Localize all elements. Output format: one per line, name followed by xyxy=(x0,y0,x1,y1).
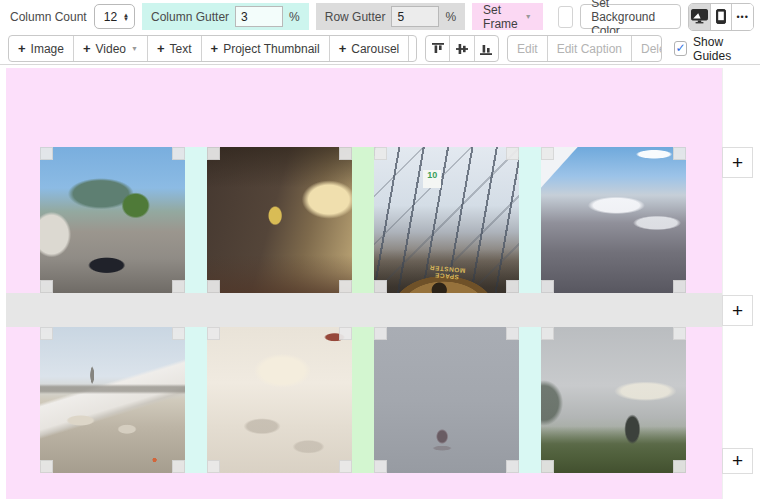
photo-airport-gate-guitar: 10 SPACE MONSTER xyxy=(374,147,519,293)
resize-handle[interactable] xyxy=(40,327,53,340)
resize-handle[interactable] xyxy=(172,327,185,340)
row-gutter-input[interactable] xyxy=(391,6,439,27)
desktop-view-button[interactable] xyxy=(689,4,711,30)
edit-caption-button[interactable]: Edit Caption xyxy=(548,36,632,61)
background-color-swatch[interactable] xyxy=(558,6,573,28)
row-gutter-label: Row Gutter xyxy=(325,10,386,24)
grid-editor: Column Count 12 ▲ ▼ Column Gutter % Row … xyxy=(0,0,760,499)
resize-handle[interactable] xyxy=(40,460,53,473)
resize-handle[interactable] xyxy=(374,460,387,473)
add-section-button[interactable]: + xyxy=(722,147,753,178)
image-tile[interactable] xyxy=(207,147,352,293)
column-gutter-guide xyxy=(519,147,541,293)
set-frame-button[interactable]: Set Frame ▼ xyxy=(472,3,543,30)
set-background-color-button[interactable]: Set Background Color xyxy=(580,4,681,29)
column-gutter-guide xyxy=(519,327,541,473)
canvas[interactable]: 10 SPACE MONSTER xyxy=(6,68,722,499)
resize-handle[interactable] xyxy=(506,327,519,340)
resize-handle[interactable] xyxy=(541,460,554,473)
photo-airport-wing xyxy=(40,327,185,473)
mobile-view-button[interactable] xyxy=(711,4,733,30)
resize-handle[interactable] xyxy=(541,280,554,293)
plus-icon: + xyxy=(83,42,91,55)
resize-handle[interactable] xyxy=(172,147,185,160)
align-middle-button[interactable] xyxy=(450,36,474,61)
actions-toolbar: + Image + Video ▼ + Text + Project Thumb… xyxy=(0,33,760,65)
resize-handle[interactable] xyxy=(207,280,220,293)
resize-handle[interactable] xyxy=(374,327,387,340)
resize-handle[interactable] xyxy=(673,460,686,473)
column-gutter-group: Column Gutter % xyxy=(142,3,309,30)
resize-handle[interactable] xyxy=(172,280,185,293)
add-image-button[interactable]: + Image xyxy=(9,36,74,61)
stepper-down-icon[interactable]: ▼ xyxy=(123,17,129,21)
resize-handle[interactable] xyxy=(673,147,686,160)
align-group xyxy=(425,35,499,62)
resize-handle[interactable] xyxy=(339,280,352,293)
add-text-button[interactable]: + Text xyxy=(148,36,202,61)
resize-handle[interactable] xyxy=(339,327,352,340)
photo-andes-aerial xyxy=(541,147,686,293)
column-gutter-guide xyxy=(185,147,207,293)
add-section-button[interactable]: + xyxy=(722,295,753,326)
resize-handle[interactable] xyxy=(339,460,352,473)
resize-handle[interactable] xyxy=(207,327,220,340)
image-tile[interactable] xyxy=(541,327,686,473)
photo-seal-water xyxy=(374,327,519,473)
resize-handle[interactable] xyxy=(673,327,686,340)
delete-button[interactable]: Delete xyxy=(632,36,662,61)
add-elements-group: + Image + Video ▼ + Text + Project Thumb… xyxy=(8,35,417,62)
resize-handle[interactable] xyxy=(673,280,686,293)
show-guides-toggle[interactable]: ✓ Show Guides xyxy=(674,35,754,63)
add-text-label: Text xyxy=(170,42,192,56)
add-carousel-button[interactable]: + Carousel xyxy=(330,36,410,61)
resize-handle[interactable] xyxy=(506,460,519,473)
set-frame-label: Set Frame xyxy=(483,3,518,31)
edit-button[interactable]: Edit xyxy=(508,36,548,61)
resize-handle[interactable] xyxy=(506,280,519,293)
resize-handle[interactable] xyxy=(541,147,554,160)
column-count-stepper[interactable]: 12 ▲ ▼ xyxy=(94,4,135,29)
add-carousel-label: Carousel xyxy=(351,42,399,56)
resize-handle[interactable] xyxy=(374,147,387,160)
device-toggle: ••• xyxy=(688,3,754,31)
plus-icon: + xyxy=(18,42,26,55)
plus-icon: + xyxy=(211,42,219,55)
more-options-button[interactable]: ••• xyxy=(732,4,753,30)
resize-handle[interactable] xyxy=(172,460,185,473)
chevron-down-icon: ▼ xyxy=(131,45,138,52)
resize-handle[interactable] xyxy=(374,280,387,293)
column-gutter-unit: % xyxy=(289,10,300,24)
column-gutter-input[interactable] xyxy=(235,6,283,27)
align-top-button[interactable] xyxy=(426,36,450,61)
edit-group: Edit Edit Caption Delete xyxy=(507,35,662,62)
image-row-2 xyxy=(6,327,722,473)
align-bottom-button[interactable] xyxy=(475,36,498,61)
column-gutter-guide xyxy=(185,327,207,473)
resize-handle[interactable] xyxy=(339,147,352,160)
image-tile[interactable] xyxy=(541,147,686,293)
image-tile[interactable] xyxy=(40,327,185,473)
add-video-button[interactable]: + Video ▼ xyxy=(74,36,148,61)
resize-handle[interactable] xyxy=(506,147,519,160)
resize-handle[interactable] xyxy=(541,327,554,340)
resize-handle[interactable] xyxy=(40,147,53,160)
resize-handle[interactable] xyxy=(207,147,220,160)
chevron-down-icon: ▼ xyxy=(525,13,532,20)
resize-handle[interactable] xyxy=(40,280,53,293)
image-tile[interactable] xyxy=(374,327,519,473)
image-tile[interactable]: 10 SPACE MONSTER xyxy=(374,147,519,293)
add-section-button[interactable]: + xyxy=(722,448,753,474)
add-project-thumbnail-button[interactable]: + Project Thumbnail xyxy=(202,36,330,61)
column-count-label: Column Count xyxy=(10,10,87,24)
add-image-label: Image xyxy=(31,42,64,56)
image-tile[interactable] xyxy=(207,327,352,473)
add-more-button[interactable]: + More ▼ xyxy=(409,36,417,61)
photo-workshop xyxy=(207,147,352,293)
resize-handle[interactable] xyxy=(207,460,220,473)
show-guides-checkbox[interactable]: ✓ xyxy=(674,41,687,56)
row-gutter-unit: % xyxy=(445,10,456,24)
stepper-arrows-icon[interactable]: ▲ ▼ xyxy=(123,13,129,21)
image-tile[interactable] xyxy=(40,147,185,293)
column-count-value: 12 xyxy=(104,10,117,24)
